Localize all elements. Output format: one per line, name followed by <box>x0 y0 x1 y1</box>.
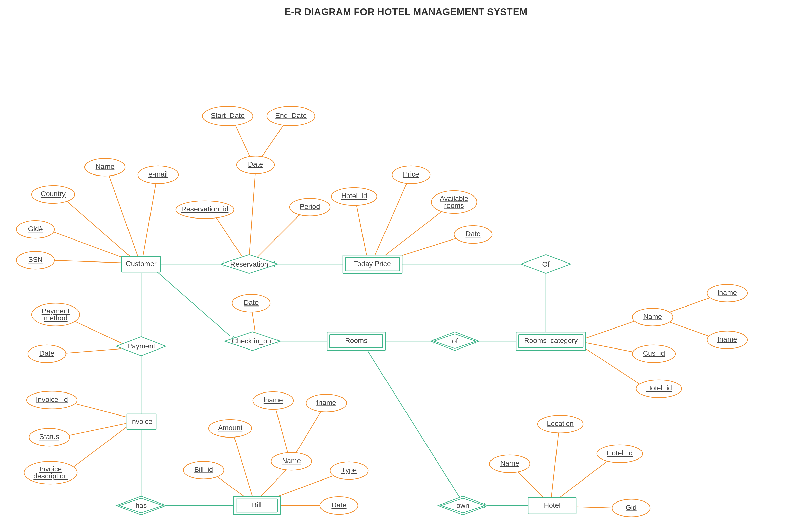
svg-text:Amount: Amount <box>218 424 243 432</box>
conn-lname-bill <box>274 404 288 455</box>
svg-text:Today Price: Today Price <box>354 260 391 267</box>
attr-date-bill: Date <box>320 497 358 514</box>
attr-name-bill: Name <box>271 453 312 470</box>
entity-hotel: Hotel <box>528 497 576 514</box>
attr-date-tp: Date <box>454 226 492 243</box>
svg-text:description: description <box>33 472 67 480</box>
attr-fname-rc: fname <box>707 331 747 349</box>
svg-text:Date: Date <box>331 501 346 509</box>
svg-text:Start_Date: Start_Date <box>211 112 245 119</box>
svg-text:Payment: Payment <box>42 307 70 315</box>
conn-gid <box>577 507 617 508</box>
svg-text:has: has <box>135 502 147 509</box>
conn-status <box>61 423 127 437</box>
attr-location: Location <box>538 415 583 433</box>
attr-billid: Bill_id <box>183 461 224 479</box>
attr-date-pay: Date <box>28 345 66 363</box>
conn-fname-bill <box>295 407 324 455</box>
entity-rooms-category: Rooms_category <box>516 332 586 350</box>
attr-name-cust: Name <box>85 158 125 176</box>
conn-amount <box>233 432 253 498</box>
conn-resid <box>212 212 243 258</box>
attr-type: Type <box>330 462 368 479</box>
entity-rooms: Rooms <box>327 332 385 350</box>
conn-fname-rc <box>663 320 716 339</box>
svg-text:Date: Date <box>244 299 259 307</box>
svg-text:Date: Date <box>39 349 54 357</box>
conn-price <box>374 179 408 257</box>
svg-text:Customer: Customer <box>126 260 156 267</box>
attr-name-rc: Name <box>632 308 673 326</box>
attr-period: Period <box>290 198 330 216</box>
svg-text:Hotel_id: Hotel_id <box>646 384 672 392</box>
svg-text:lname: lname <box>718 289 737 296</box>
svg-text:Country: Country <box>41 190 66 198</box>
svg-text:Check in_out: Check in_out <box>232 337 273 345</box>
svg-text:e-mail: e-mail <box>148 170 168 178</box>
svg-text:rooms: rooms <box>444 201 464 209</box>
svg-text:fname: fname <box>316 398 336 406</box>
svg-text:Rooms_category: Rooms_category <box>524 337 578 344</box>
conn-avail <box>382 206 449 258</box>
conn-startdate <box>233 120 252 160</box>
svg-text:Period: Period <box>300 202 320 210</box>
rel-customer-checkinout <box>157 272 230 336</box>
attr-lname-bill: lname <box>253 392 293 409</box>
svg-text:Hotel_id: Hotel_id <box>341 192 367 200</box>
svg-text:Location: Location <box>547 420 574 427</box>
rel-payment: Payment <box>116 337 166 356</box>
rel-own: own <box>438 496 488 515</box>
rel-reservation: Reservation <box>221 255 278 273</box>
attr-resid: Reservation_id <box>176 201 234 218</box>
attr-end: End_Date <box>267 107 315 126</box>
attr-date-check: Date <box>232 294 270 312</box>
conn-name-rc <box>584 318 643 339</box>
attr-country: Country <box>32 186 75 203</box>
attr-amount: Amount <box>209 420 252 437</box>
svg-text:Date: Date <box>248 160 263 168</box>
conn-location <box>551 428 559 497</box>
attr-ssn: SSN <box>16 251 54 269</box>
attr-gid: Gid <box>612 499 650 517</box>
rel-rooms-own <box>367 349 459 497</box>
attr-start: Start_Date <box>202 107 253 126</box>
svg-text:Bill_id: Bill_id <box>194 465 213 473</box>
entity-today-price: Today Price <box>343 255 402 273</box>
conn-date-res <box>249 172 256 258</box>
svg-text:Payment: Payment <box>127 342 155 350</box>
conn-lname-rc <box>663 296 716 315</box>
svg-text:method: method <box>44 314 67 322</box>
diagram-title: E-R DIAGRAM FOR HOTEL MANAGEMENT SYSTEM <box>0 0 812 17</box>
attr-cusid: Cus_id <box>632 345 676 363</box>
attr-fname-bill: fname <box>306 394 346 412</box>
attr-email: e-mail <box>138 166 178 184</box>
svg-text:lname: lname <box>264 396 283 404</box>
attr-invoiceid: Invoice_id <box>27 391 77 409</box>
rel-of-top: Of <box>521 255 571 273</box>
attr-hotelid-rc: Hotel_id <box>636 380 682 397</box>
conn-date-pay <box>58 349 121 354</box>
conn-ssn <box>51 260 121 263</box>
rel-has: has <box>116 496 166 515</box>
conn-name <box>108 172 138 257</box>
svg-text:own: own <box>456 502 469 509</box>
svg-text:of: of <box>452 337 458 345</box>
svg-text:End_Date: End_Date <box>275 112 307 119</box>
attr-invdesc: Invoicedescription <box>24 461 77 484</box>
svg-text:Date: Date <box>466 230 481 238</box>
svg-text:Gld#: Gld# <box>28 225 43 233</box>
conn-hotelid-tp <box>355 199 367 257</box>
svg-text:Cus_id: Cus_id <box>643 349 665 357</box>
svg-text:Of: Of <box>542 260 550 268</box>
svg-text:Rooms: Rooms <box>345 337 368 344</box>
svg-text:Status: Status <box>39 433 59 441</box>
conn-gld <box>48 230 127 259</box>
attr-gld: Gld# <box>16 220 54 238</box>
attr-lname-rc: lname <box>707 284 747 302</box>
conn-email <box>143 178 157 257</box>
svg-text:Type: Type <box>341 466 357 474</box>
svg-text:Name: Name <box>282 457 301 464</box>
entity-bill: Bill <box>233 496 280 514</box>
er-diagram: Customer Today Price Rooms Rooms_categor… <box>0 17 812 524</box>
svg-text:Gid: Gid <box>626 504 637 511</box>
